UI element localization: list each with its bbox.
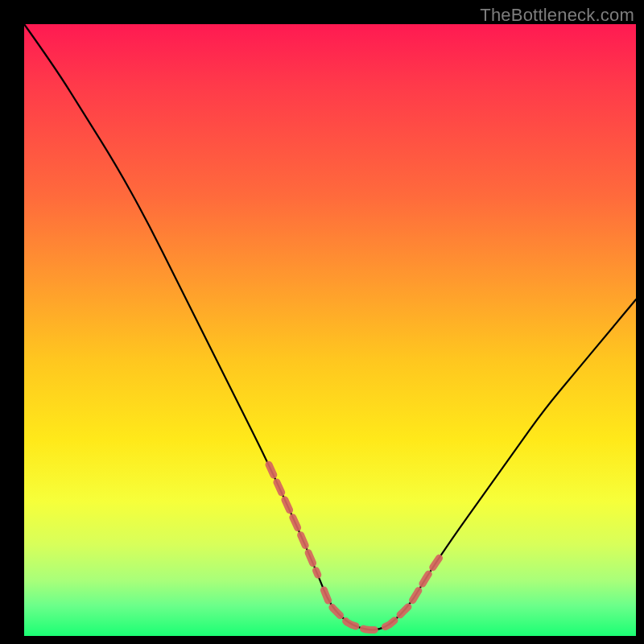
highlight-band-segment <box>324 590 378 630</box>
plot-area <box>24 24 636 636</box>
curve-layer <box>24 24 636 636</box>
watermark-text: TheBottleneck.com <box>480 5 634 26</box>
highlight-band-segment <box>385 556 440 626</box>
bottleneck-curve <box>24 24 636 630</box>
highlight-bands <box>269 464 440 630</box>
highlight-band-segment <box>269 464 318 575</box>
chart-frame: TheBottleneck.com <box>0 0 644 644</box>
